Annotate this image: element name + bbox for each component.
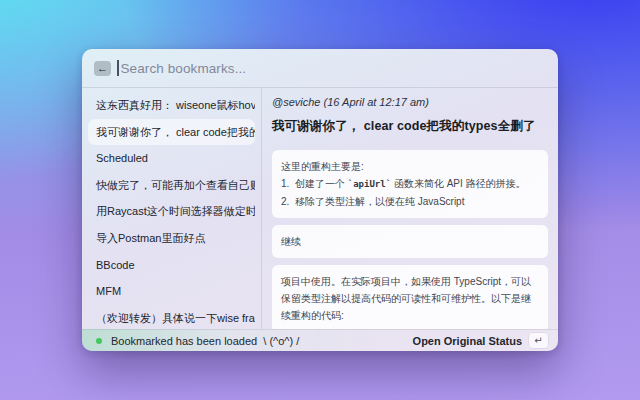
list-item-selected[interactable]: 我可谢谢你了， clear code把我的type...: [88, 119, 255, 146]
status-author-line: @seviche (16 April at 12:17 am): [272, 96, 548, 108]
list-item[interactable]: Scheduled: [88, 145, 255, 172]
list-item[interactable]: （欢迎转发）具体说一下wise fraud让...: [88, 305, 255, 329]
card1-list-item-1: 1. 创建了一个 `apiUrl` 函数来简化 API 路径的拼接。: [281, 175, 539, 193]
list-item[interactable]: 这东西真好用： wiseone鼠标hover到...: [88, 92, 255, 119]
open-original-status-button[interactable]: Open Original Status ↵: [413, 333, 548, 348]
inline-code: `apiUrl`: [348, 179, 391, 189]
bookmark-list: 这东西真好用： wiseone鼠标hover到... 我可谢谢你了， clear…: [82, 88, 262, 329]
list-item[interactable]: MFM: [88, 278, 255, 305]
action-label: Open Original Status: [413, 335, 522, 347]
status-message: Bookmarked has been loaded \ (^o^) /: [111, 335, 299, 347]
raycast-window: ← Search bookmarks... 这东西真好用： wiseone鼠标h…: [82, 49, 558, 351]
enter-key-icon: ↵: [529, 333, 548, 348]
status-bar: Bookmarked has been loaded \ (^o^) / Ope…: [82, 329, 558, 351]
list-marker: 2.: [281, 193, 295, 210]
markdown-block-1: 这里的重构主要是: 1. 创建了一个 `apiUrl` 函数来简化 API 路径…: [272, 150, 548, 218]
list-item[interactable]: 用Raycast这个时间选择器做定时很方...: [88, 198, 255, 225]
status-dot-icon: [96, 338, 102, 344]
markdown-block-2: 继续: [272, 225, 548, 258]
main-content: 这东西真好用： wiseone鼠标hover到... 我可谢谢你了， clear…: [82, 88, 558, 329]
card1-list-item-2: 2. 移除了类型注解，以便在纯 JavaScript: [281, 193, 539, 210]
text-cursor: [117, 60, 119, 76]
status-title: 我可谢谢你了， clear code把我的types全删了: [272, 118, 548, 135]
list-text: 移除了类型注解，以便在纯 JavaScript: [295, 193, 464, 210]
card1-intro: 这里的重构主要是:: [281, 158, 539, 175]
list-text: 创建了一个 `apiUrl` 函数来简化 API 路径的拼接。: [295, 175, 526, 193]
back-button[interactable]: ←: [94, 61, 111, 76]
markdown-block-3: 项目中使用。在实际项目中，如果使用 TypeScript，可以保留类型注解以提高…: [272, 265, 548, 329]
search-input[interactable]: Search bookmarks...: [121, 61, 247, 76]
list-item[interactable]: 快做完了，可能再加个查看自己贴文的...: [88, 172, 255, 199]
list-marker: 1.: [281, 175, 295, 193]
search-bar: ← Search bookmarks...: [82, 49, 558, 88]
card2-text: 继续: [281, 236, 301, 247]
back-arrow-icon: ←: [97, 62, 108, 74]
detail-pane: @seviche (16 April at 12:17 am) 我可谢谢你了， …: [262, 88, 558, 329]
card3-text: 项目中使用。在实际项目中，如果使用 TypeScript，可以保留类型注解以提高…: [281, 276, 531, 321]
list-item[interactable]: 导入Postman里面好点: [88, 225, 255, 252]
list-item[interactable]: BBcode: [88, 252, 255, 279]
